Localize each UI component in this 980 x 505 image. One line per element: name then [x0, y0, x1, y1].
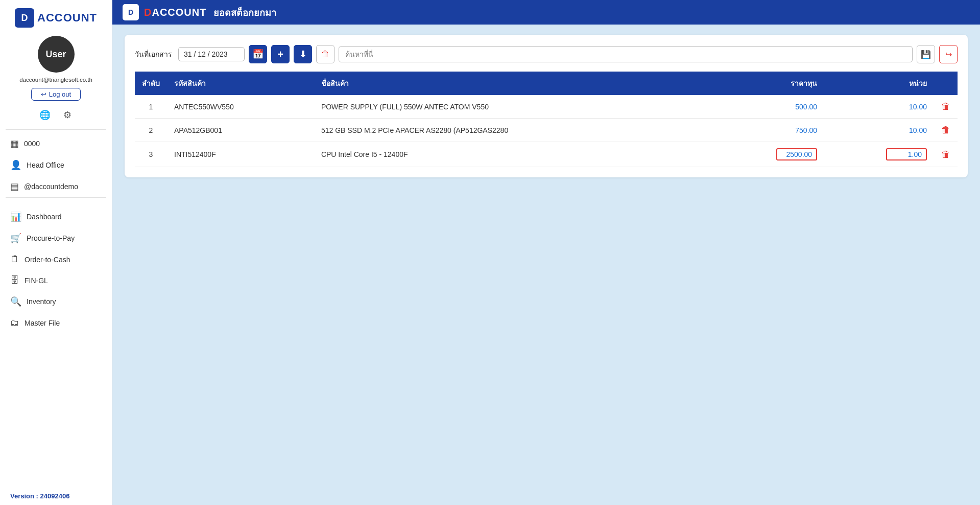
top-bar: D DACCOUNT ยอดสต็อกยกมา — [112, 0, 980, 25]
topbar-logo-icon: D — [123, 4, 139, 20]
cost-price-cell: 750.00 — [714, 119, 824, 142]
sidebar-item-order-to-cash[interactable]: 🗒 Order-to-Cash — [0, 249, 112, 270]
col-cost-price: ราคาทุน — [714, 72, 824, 95]
procure-label: Procure-to-Pay — [27, 234, 75, 242]
main-card: วันที่เอกสาร 📅 + ⬇ 🗑 💾 — [125, 35, 968, 177]
avatar: User — [38, 36, 75, 73]
row-product-name: 512 GB SSD M.2 PCIe APACER AS2280 (AP512… — [314, 119, 714, 142]
inventory-icon: 🔍 — [10, 296, 21, 307]
dashboard-icon: 📊 — [10, 211, 21, 222]
download-icon: ⬇ — [299, 49, 307, 60]
col-num: ลำดับ — [135, 72, 167, 95]
row-product-code: ANTEC550WV550 — [167, 95, 314, 119]
add-button[interactable]: + — [271, 45, 290, 63]
master-label: Master File — [25, 319, 60, 327]
save-button[interactable]: 💾 — [917, 45, 935, 63]
sidebar-item-master-file[interactable]: 🗂 Master File — [0, 312, 112, 333]
logout-button[interactable]: ↩ Log out — [31, 88, 81, 101]
row-product-name: CPU Intel Core I5 - 12400F — [314, 142, 714, 167]
delete-row-button[interactable]: 🗑 — [941, 149, 950, 160]
col-product-code: รหัสสินค้า — [167, 72, 314, 95]
unit-highlight[interactable]: 1.00 — [886, 148, 927, 160]
plus-icon: + — [277, 49, 283, 60]
export-icon: ↪ — [945, 50, 952, 59]
fin-icon: 🗄 — [10, 275, 19, 286]
toolbar: วันที่เอกสาร 📅 + ⬇ 🗑 💾 — [135, 45, 958, 63]
cost-price-highlight[interactable]: 2500.00 — [776, 148, 817, 160]
table-header-row: ลำดับ รหัสสินค้า ชื่อสินค้า ราคาทุน หน่ว… — [135, 72, 958, 95]
date-input[interactable] — [178, 47, 245, 61]
sidebar-item-fin-gl[interactable]: 🗄 FIN-GL — [0, 270, 112, 291]
sidebar-item-inventory[interactable]: 🔍 Inventory — [0, 291, 112, 312]
topbar-app-name: DACCOUNT — [144, 7, 206, 18]
sidebar-logo-text: ACCOUNT — [37, 11, 97, 25]
sidebar-logo: D ACCOUNT — [15, 8, 97, 28]
row-delete-cell: 🗑 — [934, 119, 958, 142]
col-product-name: ชื่อสินค้า — [314, 72, 714, 95]
sidebar-item-procure-to-pay[interactable]: 🛒 Procure-to-Pay — [0, 227, 112, 249]
row-product-code: APA512GB001 — [167, 119, 314, 142]
master-icon: 🗂 — [10, 317, 19, 328]
col-unit: หน่วย — [824, 72, 934, 95]
order-icon: 🗒 — [10, 254, 19, 265]
sidebar-divider-1 — [6, 129, 106, 130]
search-input[interactable] — [339, 46, 913, 62]
row-delete-cell: 🗑 — [934, 95, 958, 119]
head-office-label: Head Office — [27, 161, 64, 169]
order-label: Order-to-Cash — [25, 256, 70, 264]
sidebar-item-head-office[interactable]: 👤 Head Office — [0, 154, 112, 176]
procure-icon: 🛒 — [10, 233, 21, 244]
row-product-name: POWER SUPPLY (FULL) 550W ANTEC ATOM V550 — [314, 95, 714, 119]
date-label: วันที่เอกสาร — [135, 49, 172, 60]
unit-cell: 10.00 — [824, 119, 934, 142]
row-product-code: INTI512400F — [167, 142, 314, 167]
unit-cell: 10.00 — [824, 95, 934, 119]
fin-label: FIN-GL — [25, 277, 48, 285]
delete-button[interactable]: 🗑 — [316, 45, 334, 63]
calendar-button[interactable]: 📅 — [249, 45, 267, 63]
row-num: 3 — [135, 142, 167, 167]
col-action — [934, 72, 958, 95]
sidebar-logo-icon: D — [15, 8, 34, 28]
table-row: 3 INTI512400F CPU Intel Core I5 - 12400F… — [135, 142, 958, 167]
download-button[interactable]: ⬇ — [294, 45, 312, 63]
dashboard-label: Dashboard — [27, 213, 62, 221]
inventory-label: Inventory — [27, 297, 56, 306]
export-button[interactable]: ↪ — [939, 45, 958, 63]
row-num: 2 — [135, 119, 167, 142]
row-delete-cell: 🗑 — [934, 142, 958, 167]
delete-row-button[interactable]: 🗑 — [941, 101, 950, 112]
table-row: 2 APA512GB001 512 GB SSD M.2 PCIe APACER… — [135, 119, 958, 142]
sidebar-nav: 📊 Dashboard 🛒 Procure-to-Pay 🗒 Order-to-… — [0, 206, 112, 333]
demo-label: @daccountdemo — [24, 182, 78, 191]
branches-label: 0000 — [24, 140, 40, 148]
sidebar-item-demo[interactable]: ▤ @daccountdemo — [0, 176, 112, 197]
head-office-icon: 👤 — [10, 159, 21, 171]
stock-table: ลำดับ รหัสสินค้า ชื่อสินค้า ราคาทุน หน่ว… — [135, 72, 958, 167]
sidebar-item-dashboard[interactable]: 📊 Dashboard — [0, 206, 112, 227]
main-content: D DACCOUNT ยอดสต็อกยกมา วันที่เอกสาร 📅 +… — [112, 0, 980, 505]
cost-price-cell: 2500.00 — [714, 142, 824, 167]
row-num: 1 — [135, 95, 167, 119]
branches-icon: ▦ — [10, 138, 19, 149]
sidebar: D ACCOUNT User daccount@trianglesoft.co.… — [0, 0, 112, 505]
page-body: วันที่เอกสาร 📅 + ⬇ 🗑 💾 — [112, 25, 980, 505]
globe-icon[interactable]: 🌐 — [38, 108, 52, 122]
cost-price-cell: 500.00 — [714, 95, 824, 119]
delete-row-button[interactable]: 🗑 — [941, 125, 950, 135]
sidebar-item-branches[interactable]: ▦ 0000 — [0, 133, 112, 154]
calendar-icon: 📅 — [252, 49, 264, 60]
demo-icon: ▤ — [10, 181, 19, 192]
sidebar-divider-2 — [6, 197, 106, 198]
unit-cell: 1.00 — [824, 142, 934, 167]
page-title: ยอดสต็อกยกมา — [213, 5, 276, 20]
table-row: 1 ANTEC550WV550 POWER SUPPLY (FULL) 550W… — [135, 95, 958, 119]
gear-icon[interactable]: ⚙ — [60, 108, 75, 122]
sidebar-utility-icons: 🌐 ⚙ — [38, 108, 75, 122]
user-email: daccount@trianglesoft.co.th — [15, 77, 97, 83]
save-icon: 💾 — [921, 50, 931, 59]
logout-icon: ↩ — [41, 90, 46, 98]
version-label: Version : 24092406 — [0, 486, 112, 505]
trash-icon: 🗑 — [321, 50, 329, 59]
